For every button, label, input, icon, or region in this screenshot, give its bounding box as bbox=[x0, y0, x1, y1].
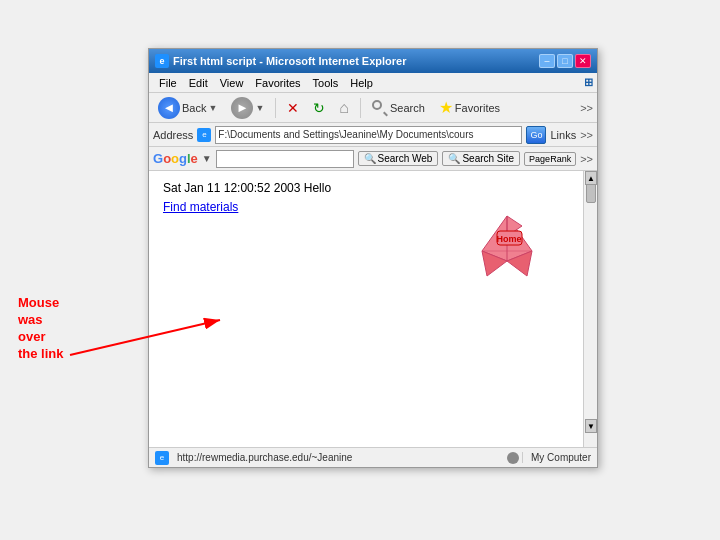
menu-view[interactable]: View bbox=[214, 76, 250, 90]
search-button[interactable]: Search bbox=[367, 97, 430, 119]
page-datetime: Sat Jan 11 12:00:52 2003 Hello bbox=[163, 181, 583, 195]
address-bar: Address e Go Links >> bbox=[149, 123, 597, 147]
status-zone-icon bbox=[507, 452, 519, 464]
forward-button[interactable]: ► ▼ bbox=[226, 94, 269, 122]
status-ie-icon: e bbox=[155, 451, 169, 465]
toolbar-more[interactable]: >> bbox=[580, 102, 593, 114]
google-search-site-button[interactable]: 🔍 Search Site bbox=[442, 151, 520, 166]
menu-tools[interactable]: Tools bbox=[307, 76, 345, 90]
toolbar-sep-1 bbox=[275, 98, 276, 118]
svg-line-1 bbox=[70, 320, 220, 355]
google-search-site-icon: 🔍 bbox=[448, 153, 460, 164]
back-dropdown[interactable]: ▼ bbox=[208, 103, 217, 113]
home-button[interactable]: ⌂ bbox=[334, 96, 354, 120]
status-bar: e http://rewmedia.purchase.edu/~Jeanine … bbox=[149, 447, 597, 467]
ie-icon: e bbox=[155, 54, 169, 68]
menu-file[interactable]: File bbox=[153, 76, 183, 90]
back-button[interactable]: ◄ Back ▼ bbox=[153, 94, 222, 122]
windows-flag-icon: ⊞ bbox=[584, 76, 593, 89]
origami-bird: Home bbox=[467, 201, 547, 284]
close-button[interactable]: ✕ bbox=[575, 54, 591, 68]
minimize-button[interactable]: – bbox=[539, 54, 555, 68]
status-zone-area: My Computer bbox=[507, 452, 591, 464]
google-more[interactable]: >> bbox=[580, 153, 593, 165]
go-button[interactable]: Go bbox=[526, 126, 546, 144]
back-icon: ◄ bbox=[158, 97, 180, 119]
google-toolbar: Google ▼ 🔍 Search Web 🔍 Search Site Page… bbox=[149, 147, 597, 171]
toolbar: ◄ Back ▼ ► ▼ ✕ ↻ ⌂ bbox=[149, 93, 597, 123]
google-logo: Google bbox=[153, 151, 198, 166]
menu-help[interactable]: Help bbox=[344, 76, 379, 90]
forward-icon: ► bbox=[231, 97, 253, 119]
favorites-star-icon: ★ bbox=[439, 98, 453, 117]
annotation-text: Mouse was over the link bbox=[18, 295, 64, 363]
pagerank-button[interactable]: PageRank bbox=[524, 152, 576, 166]
scrollbar-down-arrow[interactable]: ▼ bbox=[585, 419, 597, 433]
title-bar-controls: – □ ✕ bbox=[539, 54, 591, 68]
menu-edit[interactable]: Edit bbox=[183, 76, 214, 90]
status-url: http://rewmedia.purchase.edu/~Jeanine bbox=[177, 452, 499, 463]
menu-favorites[interactable]: Favorites bbox=[249, 76, 306, 90]
google-search-input[interactable] bbox=[216, 150, 354, 168]
google-search-web-button[interactable]: 🔍 Search Web bbox=[358, 151, 439, 166]
maximize-button[interactable]: □ bbox=[557, 54, 573, 68]
outer-wrapper: Mouse was over the link e First html scr… bbox=[0, 0, 720, 540]
address-label: Address bbox=[153, 129, 193, 141]
browser-window: e First html script - Microsoft Internet… bbox=[148, 48, 598, 468]
home-icon: ⌂ bbox=[339, 99, 349, 117]
forward-dropdown[interactable]: ▼ bbox=[255, 103, 264, 113]
google-search-web-icon: 🔍 bbox=[364, 153, 376, 164]
links-label: Links bbox=[550, 129, 576, 141]
svg-text:Home: Home bbox=[496, 234, 521, 244]
refresh-icon: ↻ bbox=[313, 100, 325, 116]
stop-icon: ✕ bbox=[287, 100, 299, 116]
find-materials-link[interactable]: Find materials bbox=[163, 200, 238, 214]
menu-bar: File Edit View Favorites Tools Help ⊞ bbox=[149, 73, 597, 93]
bird-svg: Home bbox=[467, 201, 547, 281]
google-dropdown[interactable]: ▼ bbox=[202, 153, 212, 164]
toolbar-sep-2 bbox=[360, 98, 361, 118]
scrollbar-track[interactable]: ▼ ▲ bbox=[583, 171, 597, 447]
title-bar: e First html script - Microsoft Internet… bbox=[149, 49, 597, 73]
status-zone-text: My Computer bbox=[522, 452, 591, 463]
stop-button[interactable]: ✕ bbox=[282, 97, 304, 119]
annotation-arrow bbox=[60, 290, 240, 370]
window-title: First html script - Microsoft Internet E… bbox=[173, 55, 406, 67]
title-bar-left: e First html script - Microsoft Internet… bbox=[155, 54, 406, 68]
links-more[interactable]: >> bbox=[580, 129, 593, 141]
address-input[interactable] bbox=[215, 126, 522, 144]
refresh-button[interactable]: ↻ bbox=[308, 97, 330, 119]
favorites-button[interactable]: ★ Favorites bbox=[434, 95, 505, 120]
annotation-container: Mouse was over the link bbox=[18, 295, 64, 363]
search-magnify-icon bbox=[372, 100, 388, 116]
address-ie-icon: e bbox=[197, 128, 211, 142]
scrollbar-up-arrow[interactable]: ▲ bbox=[585, 171, 597, 185]
